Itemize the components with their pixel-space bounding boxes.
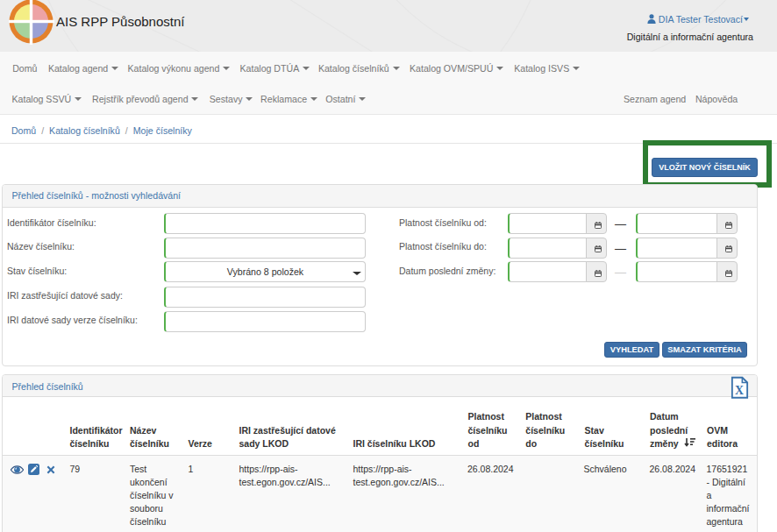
- svg-text:X: X: [735, 384, 744, 397]
